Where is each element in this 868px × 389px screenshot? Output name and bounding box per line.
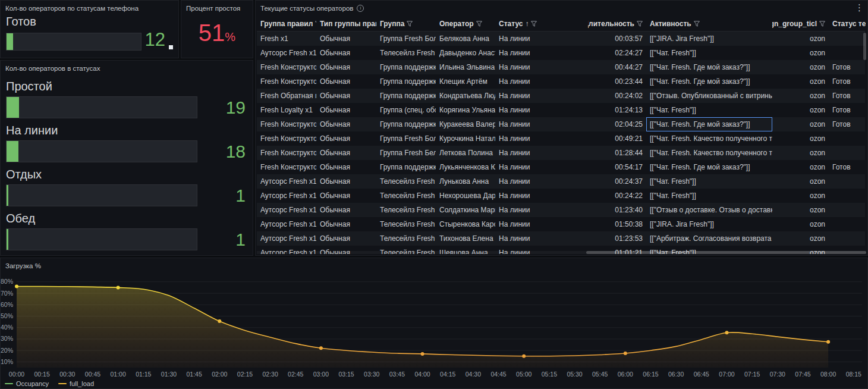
table-cell: На линии — [495, 146, 588, 160]
gauge-value: 1 — [235, 184, 246, 206]
x-axis-label: 00:45 — [85, 371, 100, 378]
table-cell: На линии — [495, 231, 588, 246]
legend-swatch — [58, 383, 67, 385]
legend-item[interactable]: full_load — [58, 380, 94, 387]
data-point — [421, 352, 424, 356]
table-cell: Телесейлз Fresh (до — [376, 231, 436, 246]
table-cell: 00:24:22 — [588, 189, 646, 203]
filter-icon[interactable] — [637, 21, 643, 27]
table-cell: Обычная — [316, 160, 376, 174]
x-axis-label: 08:00 — [820, 371, 836, 378]
table-cell: На линии — [495, 203, 588, 217]
x-axis-label: 02:30 — [262, 371, 278, 378]
column-header[interactable]: Статус↑ — [495, 16, 588, 32]
table-row: Аутсорс Fresh x1ОбычнаяТелесейлз Fresh (… — [257, 189, 865, 203]
table-cell: Клещик Артём — [436, 74, 495, 89]
table-cell: Белякова Анна — [436, 32, 495, 46]
x-axis-label: 06:30 — [668, 371, 684, 378]
table-cell: 00:03:57 — [588, 32, 646, 46]
data-point — [522, 355, 526, 358]
table-cell: Группа поддержки F — [376, 89, 436, 103]
table-cell: Телесейлз Fresh (до — [376, 189, 436, 203]
legend-swatch — [5, 383, 13, 385]
panel-phone-status: Кол-во операторов по статусам телефона Г… — [0, 0, 179, 58]
table-cell: Fresh Конструктор о — [257, 60, 316, 74]
legend-item[interactable]: Occupancy — [5, 380, 49, 387]
table-cell: На линии — [495, 60, 588, 74]
column-header[interactable]: assign_group_ticl — [772, 16, 829, 32]
column-header[interactable]: Длительность — [588, 16, 646, 32]
table-cell: [["JIRA. Jira Fresh"]] — [646, 32, 772, 46]
table-cell: Телесейлз Fresh (до — [376, 174, 436, 189]
table-row: Fresh Конструктор оОбычнаяГруппа Fresh Б… — [257, 146, 865, 160]
table-cell: 00:49:21 — [588, 131, 646, 146]
table-cell: 01:23:53 — [588, 231, 646, 246]
panel-menu-icon[interactable]: ⋮ — [855, 3, 864, 12]
horizontal-scrollbar-thumb[interactable] — [586, 251, 867, 254]
table-cell: На линии — [495, 160, 588, 174]
column-header[interactable]: Тип группы прав — [316, 16, 376, 32]
x-axis-label: 03:30 — [364, 371, 379, 378]
data-point — [319, 346, 323, 350]
table-cell: Аутсорс Fresh x1 — [257, 203, 316, 217]
y-axis-label: 80% — [1, 278, 13, 285]
sort-asc-icon[interactable]: ↑ — [525, 20, 529, 28]
table-cell — [829, 231, 865, 246]
x-axis-label: 00:15 — [34, 371, 50, 378]
table-cell — [829, 131, 865, 146]
filter-icon[interactable] — [476, 21, 482, 27]
gauge-value: 19 — [226, 96, 246, 118]
column-header[interactable]: Группа правил — [257, 16, 316, 32]
table-cell: Группа поддержки F — [376, 60, 436, 74]
table-cell: [["Чат. Fresh"]] — [646, 103, 772, 117]
column-header[interactable]: Оператор — [436, 16, 495, 32]
gauge-value: 18 — [226, 140, 246, 162]
table-cell: Аутсорс Fresh x1 — [257, 46, 316, 60]
vertical-scrollbar-thumb[interactable] — [863, 33, 866, 60]
table-cell: 02:04:25 — [588, 117, 646, 131]
y-axis-label: 70% — [1, 290, 13, 297]
filter-icon[interactable] — [819, 21, 825, 27]
table-cell: Fresh Конструктор о — [257, 117, 316, 131]
table-cell: ozon — [772, 74, 829, 89]
gauge-fill — [7, 141, 18, 162]
table-cell: Обычная — [316, 174, 376, 189]
horizontal-scrollbar[interactable] — [257, 251, 866, 254]
table-cell: На линии — [495, 89, 588, 103]
table-cell: Fresh Конструктор о — [257, 131, 316, 146]
column-header[interactable]: Активность — [646, 16, 772, 32]
table-cell: Группа Fresh Болуне — [376, 32, 436, 46]
table-row: Fresh Конструктор оОбычнаяГруппа поддерж… — [257, 60, 865, 74]
x-axis-label: 07:00 — [719, 371, 734, 378]
table-cell: 01:28:44 — [588, 146, 646, 160]
table-row: Аутсорс Fresh x1ОбычнаяТелесейлз Fresh (… — [257, 231, 865, 246]
table-cell: Готов — [829, 60, 865, 74]
load-chart-plot[interactable]: 10%20%30%40%50%60%70%80%00:0000:1500:300… — [0, 272, 868, 389]
gauge-label: На линии — [6, 124, 58, 137]
x-axis-label: 01:00 — [110, 371, 125, 378]
table-cell: На линии — [495, 103, 588, 117]
panel-header: Текущие статусы операторов i — [256, 1, 867, 12]
table-cell: На линии — [495, 32, 588, 46]
table-cell: [["Отзыв. Опубликованный с витрины. Fres… — [646, 89, 772, 103]
table-cell: [["Чат. Fresh. Где мой заказ?"]] — [646, 74, 772, 89]
table-cell: ozon — [772, 160, 829, 174]
info-icon[interactable]: i — [357, 5, 364, 12]
table-cell: Обычная — [316, 189, 376, 203]
legend-label: full_load — [70, 380, 94, 387]
table-cell — [829, 203, 865, 217]
column-header[interactable]: Статус тел — [829, 16, 866, 32]
x-axis-label: 03:00 — [313, 371, 329, 378]
stat-unit: % — [225, 30, 235, 43]
filter-icon[interactable] — [531, 21, 537, 27]
table-cell — [829, 189, 865, 203]
table-cell: ozon — [772, 117, 829, 131]
table-row: Fresh x1ОбычнаяГруппа Fresh БолунеБеляко… — [257, 32, 865, 46]
y-axis-label: 30% — [1, 335, 13, 342]
filter-icon[interactable] — [694, 21, 700, 27]
filter-icon[interactable] — [407, 21, 413, 27]
data-point — [15, 284, 18, 288]
table-cell: Fresh Обратная при — [257, 89, 316, 103]
gauge-fill — [7, 229, 8, 250]
column-header[interactable]: Группа — [376, 16, 436, 32]
